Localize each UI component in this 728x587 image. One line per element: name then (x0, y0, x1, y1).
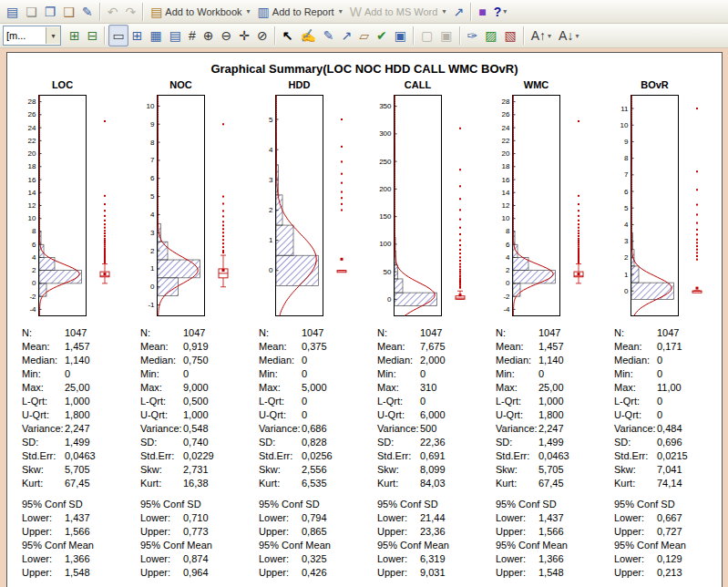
stat-value: 0,727 (657, 525, 682, 539)
add-plot-icon: ⊞ (132, 29, 143, 42)
svg-text:10: 10 (502, 214, 510, 222)
stat-n: N:1047 (259, 326, 366, 340)
stat-min: Min:0 (496, 367, 603, 381)
stat-label: Skw: (22, 463, 65, 477)
stats-block: N:1047Mean:7,675Median:2,000Min:0Max:310… (377, 326, 485, 580)
stat-value: 1047 (302, 326, 323, 340)
add-to-workbook-button[interactable]: ▤Add to Workbook▾ (147, 1, 253, 23)
stat-label: Lower: (259, 552, 302, 566)
zoom-out-page-icon[interactable]: ⊟ (84, 25, 102, 46)
stat-u-qrt: U-Qrt:6,000 (377, 408, 485, 422)
color-style-icon[interactable]: ▧ (501, 25, 520, 46)
stat-min: Min:0 (259, 367, 366, 381)
stat-label: SD: (259, 436, 302, 449)
stats-block: N:1047Mean:1,457Median:1,140Min:0Max:25,… (496, 326, 603, 580)
edit-graph-icon: ✎ (82, 5, 93, 18)
select-tool-icon[interactable]: ▭ (108, 25, 128, 46)
stat-value: 1,566 (538, 525, 564, 539)
stat-value: 67,45 (65, 477, 90, 490)
stat-skw: Skw:2,556 (259, 463, 366, 477)
stat-stderr: Std.Err:0,0256 (259, 449, 366, 463)
add-to-report-button[interactable]: ▥Add to Report▾ (254, 1, 346, 23)
grid-icon[interactable]: # (185, 25, 200, 46)
stat-value: 0,0229 (183, 449, 214, 463)
summary-panel-NOC: NOC109876543210-1N:1047Mean:0,919Median:… (129, 79, 248, 580)
stat-value: 1,000 (538, 395, 564, 408)
new-graph-icon[interactable]: ▤ (3, 1, 22, 23)
zoom-in-page-icon[interactable]: ⊞ (66, 25, 84, 46)
stat-label: U-Qrt: (614, 408, 657, 422)
brushing-icon: ✍ (300, 29, 315, 42)
stat-upper: Upper:1,548 (22, 566, 129, 580)
verify-icon[interactable]: ✔ (373, 25, 391, 46)
decrease-font-icon: A↓ (559, 29, 573, 42)
dropdown-arrow-icon[interactable]: ▾ (46, 27, 60, 44)
stat-label: Upper: (496, 566, 538, 580)
variable-label: NOC (129, 79, 232, 91)
stat-label: SD: (614, 436, 657, 449)
stat-stderr: Std.Err:0,0215 (614, 449, 722, 463)
stat-u-qrt: U-Qrt:1,800 (22, 408, 129, 422)
conf-mean-header: 95% Conf Mean (377, 539, 485, 552)
stat-value: 0,750 (183, 354, 209, 367)
svg-text:0: 0 (150, 283, 155, 291)
stat-label: Kurt: (377, 477, 420, 490)
stat-value: 500 (420, 422, 436, 436)
pattern-style-icon[interactable]: ▨ (481, 25, 500, 46)
fill-style-icon[interactable]: ✑ (464, 25, 482, 46)
svg-text:1: 1 (624, 271, 629, 279)
stat-lower: Lower:0,667 (614, 511, 722, 525)
summary-panel-HDD: HDD543210N:1047Mean:0,375Median:0Min:0Ma… (248, 79, 366, 580)
eraser-icon[interactable]: ▱ (355, 25, 373, 46)
stat-median: Median:1,140 (22, 354, 129, 367)
stat-label: Median: (259, 354, 302, 367)
help-button[interactable]: ?▾ (490, 1, 511, 23)
svg-text:0: 0 (269, 266, 273, 274)
stat-value: 1047 (538, 326, 560, 340)
zoom-reset-icon[interactable]: ⊘ (253, 25, 272, 46)
stat-n: N:1047 (22, 326, 129, 340)
brushing-icon[interactable]: ✍ (296, 25, 319, 46)
stat-value: 0,828 (302, 436, 327, 449)
svg-text:5: 5 (269, 116, 273, 124)
conf-mean-header: 95% Conf Mean (22, 539, 129, 552)
stat-label: Kurt: (496, 477, 538, 490)
svg-text:10: 10 (620, 121, 629, 129)
copy-icon[interactable]: ❐ (41, 1, 60, 23)
paste-icon[interactable]: ❑ (59, 1, 78, 23)
zoom-out-icon[interactable]: ⊖ (217, 25, 235, 46)
summary-panel-BOvR: BOvR11109876543210N:1047Mean:0,171Median… (603, 79, 722, 580)
stat-min: Min:0 (614, 367, 722, 381)
stat-value: 1047 (65, 326, 87, 340)
stat-value: 0,710 (183, 511, 209, 525)
plot-data-icon[interactable]: ▤ (166, 25, 185, 46)
label-tool-icon[interactable]: ✎ (320, 25, 338, 46)
stat-label: Upper: (259, 525, 302, 539)
stat-value: 1047 (420, 326, 442, 340)
graph-gallery-combo[interactable]: [m...▾ (3, 26, 61, 46)
zoom-in-icon[interactable]: ⊕ (200, 25, 218, 46)
stat-value: 0,325 (302, 552, 327, 566)
zoom-in-icon: ⊕ (203, 29, 214, 42)
stat-label: Max: (140, 381, 183, 395)
export-icon[interactable]: ↗ (449, 1, 467, 23)
pan-icon[interactable]: ✛ (235, 25, 253, 46)
stat-value: 6,535 (302, 477, 327, 490)
decrease-font-icon[interactable]: A↓▾ (555, 25, 582, 46)
stat-label: N: (140, 326, 183, 340)
stat-label: Variance: (140, 422, 183, 436)
increase-font-icon[interactable]: A↑▾ (528, 25, 555, 46)
add-plot-icon[interactable]: ⊞ (128, 25, 147, 46)
stat-label: Max: (377, 381, 420, 395)
pointer-icon[interactable]: ↖ (279, 25, 297, 46)
edit-graph-icon[interactable]: ✎ (78, 1, 97, 23)
glossary-book-icon[interactable]: ■ (475, 1, 489, 23)
conf-mean-header: 95% Conf Mean (259, 539, 366, 552)
open-icon[interactable]: ❏ (22, 1, 41, 23)
stat-value: 1,366 (538, 552, 564, 566)
stamp-icon[interactable]: ▣ (391, 25, 410, 46)
stats-block: N:1047Mean:0,919Median:0,750Min:0Max:9,0… (140, 326, 248, 580)
plot-layout-icon[interactable]: ▦ (146, 25, 165, 46)
pan-icon: ✛ (239, 29, 250, 42)
draw-arrow-icon[interactable]: ↗ (338, 25, 356, 46)
